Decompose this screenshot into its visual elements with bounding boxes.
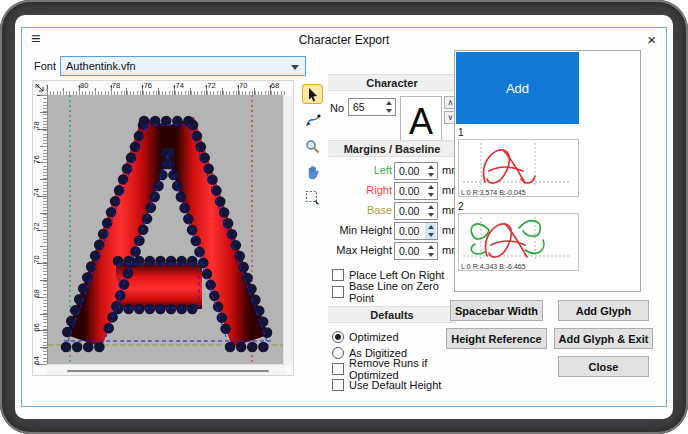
margin-base-input[interactable]: 0.00 [394, 202, 438, 220]
font-label: Font [34, 60, 56, 72]
ruler-origin-box[interactable]: M [33, 81, 47, 95]
checkbox-label: Base Line on Zero Point [349, 280, 456, 304]
ruler-h-label: -68 [268, 81, 279, 90]
checkbox-use-default-height[interactable]: Use Default Height [332, 378, 441, 392]
transform-select-icon [305, 190, 321, 206]
min-height-input[interactable]: 0.00 [394, 222, 438, 240]
ruler-v-label: 66 [32, 323, 41, 331]
min-height-spinner[interactable] [425, 223, 436, 239]
margin-right-input[interactable]: 0.00 [394, 182, 438, 200]
checkbox-box[interactable] [332, 379, 344, 391]
pan-tool[interactable] [302, 162, 323, 182]
vertical-ruler: 7876747270686664 [33, 95, 47, 365]
zoom-tool[interactable] [302, 136, 323, 156]
margin-row-min-height: Min Height 0.00 mm [328, 222, 456, 240]
transform-select-tool[interactable] [302, 188, 323, 208]
margin-row-max-height: Max Height 0.00 mm [328, 242, 456, 260]
glyph-item-preview[interactable]: L:0 R:3.574 B:-0.045 [458, 139, 579, 197]
font-dropdown-value: Authentink.vfn [66, 60, 136, 72]
radio-circle[interactable] [332, 331, 344, 343]
horizontal-scrollbar-thumb[interactable] [67, 370, 269, 372]
margin-right-spinner[interactable] [425, 183, 436, 199]
add-button[interactable]: Add [456, 52, 579, 124]
margin-right-label: Right [330, 184, 392, 196]
radio-circle[interactable] [332, 347, 344, 359]
checkbox-box[interactable] [332, 269, 344, 281]
radio-optimized[interactable]: Optimized [332, 330, 399, 344]
node-edit-tool[interactable] [302, 110, 323, 130]
ruler-h-label: -76 [141, 81, 152, 90]
ruler-h-label: -80 [78, 81, 89, 90]
tablet-bezel: ≡ Character Export × Font Authentink.vfn… [0, 0, 688, 434]
character-section-header: Character [328, 74, 456, 91]
add-glyph-button[interactable]: Add Glyph [558, 300, 649, 321]
height-reference-button[interactable]: Height Reference [446, 328, 547, 349]
margin-right-value: 0.00 [399, 185, 419, 197]
checkbox-box[interactable] [332, 286, 344, 298]
vertical-scrollbar-track[interactable] [283, 95, 293, 365]
ruler-v-label: 64 [32, 357, 41, 365]
char-no-input[interactable]: 65 [348, 98, 396, 116]
character-export-dialog: ≡ Character Export × Font Authentink.vfn… [21, 27, 667, 407]
margins-section-header: Margins / Baseline [328, 140, 456, 157]
margin-row-base: Base 0.00 mm [328, 202, 456, 220]
add-glyph-exit-button[interactable]: Add Glyph & Exit [554, 328, 653, 349]
glyph-item-index: 1 [458, 127, 464, 138]
margin-base-spinner[interactable] [425, 203, 436, 219]
font-dropdown[interactable]: Authentink.vfn [60, 56, 306, 76]
svg-text:M: M [35, 83, 39, 89]
ruler-v-label: 78 [32, 121, 41, 129]
ruler-v-label: 70 [32, 256, 41, 264]
margin-base-value: 0.00 [399, 205, 419, 217]
ruler-h-label: -74 [173, 81, 184, 90]
margin-row-left: Left 0.00 mm [328, 162, 456, 180]
cursor-icon [306, 87, 320, 102]
max-height-value: 0.00 [399, 245, 419, 257]
glyph-list[interactable]: Add 1 L:0 R:3.574 B:-0.045 2 [454, 50, 641, 292]
margin-left-input[interactable]: 0.00 [394, 162, 438, 180]
ruler-v-label: 68 [32, 289, 41, 297]
char-no-value: 65 [353, 101, 365, 113]
dialog-title: Character Export [22, 33, 666, 47]
checkbox-baseline-zero-point[interactable]: Base Line on Zero Point [332, 285, 456, 299]
title-bar: ≡ Character Export × [22, 28, 666, 52]
margin-base-label: Base [330, 204, 392, 216]
glyph-metrics: L:0 R:4.343 B:-6.465 [461, 263, 526, 270]
checkbox-box[interactable] [332, 363, 344, 375]
glyph-item-preview[interactable]: L:0 R:4.343 B:-6.465 [458, 213, 579, 271]
glyph-metrics: L:0 R:3.574 B:-0.045 [461, 189, 526, 196]
select-cursor-tool[interactable] [302, 84, 323, 104]
horizontal-scrollbar[interactable] [47, 364, 285, 375]
checkbox-label: Use Default Height [349, 379, 441, 391]
ruler-h-label: -78 [109, 81, 120, 90]
canvas-toolbar [302, 84, 324, 214]
max-height-input[interactable]: 0.00 [394, 242, 438, 260]
spacebar-width-button[interactable]: Spacebar Width [450, 300, 543, 321]
margin-left-value: 0.00 [399, 165, 419, 177]
magnifier-icon [305, 139, 320, 154]
screen: ≡ Character Export × Font Authentink.vfn… [15, 15, 673, 419]
min-height-value: 0.00 [399, 225, 419, 237]
checkbox-remove-runs[interactable]: Remove Runs if Optimized [332, 362, 456, 376]
defaults-section-header: Defaults [328, 306, 456, 323]
hand-icon [305, 164, 320, 180]
font-row: Font Authentink.vfn [34, 56, 56, 76]
max-height-spinner[interactable] [425, 243, 436, 259]
design-canvas-area: M -80-78-76-74-72-70-68 7876747270686664 [32, 80, 294, 376]
close-button[interactable]: Close [558, 356, 649, 377]
close-icon[interactable]: × [647, 31, 656, 48]
ruler-origin-icon: M [33, 81, 47, 95]
max-height-label: Max Height [330, 244, 392, 256]
margin-left-label: Left [330, 164, 392, 176]
ruler-v-label: 76 [32, 155, 41, 163]
char-no-spinner[interactable] [383, 99, 394, 115]
glyph-2-graphic [459, 214, 578, 262]
glyph-1-graphic [459, 140, 578, 188]
ruler-h-label: -72 [205, 81, 216, 90]
ruler-v-label: 74 [32, 189, 41, 197]
glyph-item-index: 2 [458, 201, 464, 212]
margin-left-spinner[interactable] [425, 163, 436, 179]
stitch-canvas[interactable] [47, 95, 285, 365]
ruler-h-label: -70 [237, 81, 248, 90]
radio-label: Optimized [349, 331, 399, 343]
